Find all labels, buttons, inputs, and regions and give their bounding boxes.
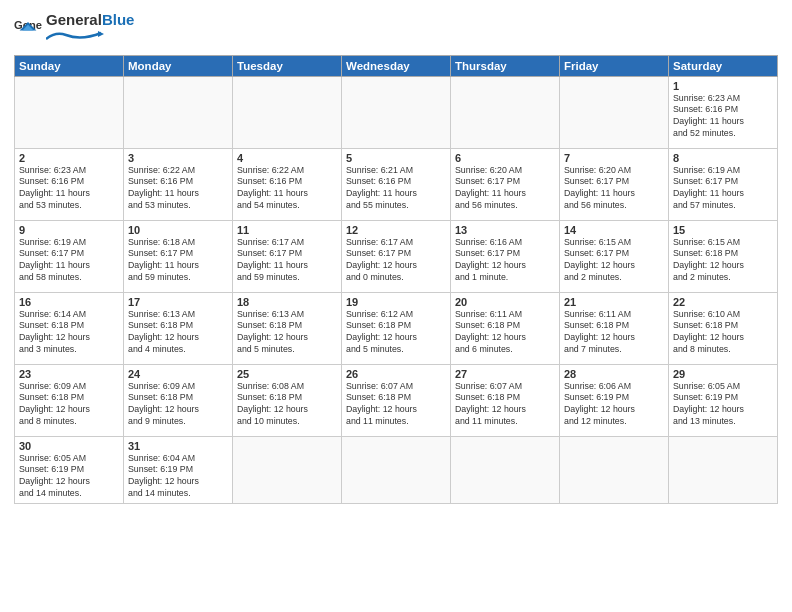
calendar-day-cell: 20Sunrise: 6:11 AM Sunset: 6:18 PM Dayli… xyxy=(451,292,560,364)
day-number: 5 xyxy=(346,152,446,164)
day-info: Sunrise: 6:15 AM Sunset: 6:18 PM Dayligh… xyxy=(673,237,773,285)
calendar-day-cell: 11Sunrise: 6:17 AM Sunset: 6:17 PM Dayli… xyxy=(233,220,342,292)
calendar-day-cell: 23Sunrise: 6:09 AM Sunset: 6:18 PM Dayli… xyxy=(15,364,124,436)
day-number: 3 xyxy=(128,152,228,164)
calendar-day-cell: 10Sunrise: 6:18 AM Sunset: 6:17 PM Dayli… xyxy=(124,220,233,292)
day-info: Sunrise: 6:23 AM Sunset: 6:16 PM Dayligh… xyxy=(673,93,773,141)
day-info: Sunrise: 6:20 AM Sunset: 6:17 PM Dayligh… xyxy=(564,165,664,213)
day-info: Sunrise: 6:19 AM Sunset: 6:17 PM Dayligh… xyxy=(19,237,119,285)
day-number: 6 xyxy=(455,152,555,164)
calendar-day-cell xyxy=(560,76,669,148)
day-number: 2 xyxy=(19,152,119,164)
logo-icon: General xyxy=(14,15,42,43)
day-info: Sunrise: 6:13 AM Sunset: 6:18 PM Dayligh… xyxy=(237,309,337,357)
calendar: SundayMondayTuesdayWednesdayThursdayFrid… xyxy=(14,55,778,505)
calendar-week-5: 23Sunrise: 6:09 AM Sunset: 6:18 PM Dayli… xyxy=(15,364,778,436)
day-number: 13 xyxy=(455,224,555,236)
day-info: Sunrise: 6:07 AM Sunset: 6:18 PM Dayligh… xyxy=(346,381,446,429)
calendar-day-cell: 8Sunrise: 6:19 AM Sunset: 6:17 PM Daylig… xyxy=(669,148,778,220)
day-info: Sunrise: 6:10 AM Sunset: 6:18 PM Dayligh… xyxy=(673,309,773,357)
calendar-day-cell: 2Sunrise: 6:23 AM Sunset: 6:16 PM Daylig… xyxy=(15,148,124,220)
day-info: Sunrise: 6:11 AM Sunset: 6:18 PM Dayligh… xyxy=(564,309,664,357)
calendar-week-2: 2Sunrise: 6:23 AM Sunset: 6:16 PM Daylig… xyxy=(15,148,778,220)
calendar-day-cell: 3Sunrise: 6:22 AM Sunset: 6:16 PM Daylig… xyxy=(124,148,233,220)
weekday-header-tuesday: Tuesday xyxy=(233,55,342,76)
day-number: 11 xyxy=(237,224,337,236)
calendar-day-cell xyxy=(342,436,451,504)
day-number: 28 xyxy=(564,368,664,380)
weekday-header-saturday: Saturday xyxy=(669,55,778,76)
day-number: 1 xyxy=(673,80,773,92)
day-info: Sunrise: 6:05 AM Sunset: 6:19 PM Dayligh… xyxy=(19,453,119,501)
calendar-day-cell xyxy=(669,436,778,504)
day-number: 4 xyxy=(237,152,337,164)
calendar-day-cell xyxy=(451,76,560,148)
day-number: 15 xyxy=(673,224,773,236)
logo-blue: Blue xyxy=(102,11,135,28)
calendar-day-cell: 9Sunrise: 6:19 AM Sunset: 6:17 PM Daylig… xyxy=(15,220,124,292)
calendar-day-cell: 5Sunrise: 6:21 AM Sunset: 6:16 PM Daylig… xyxy=(342,148,451,220)
weekday-header-monday: Monday xyxy=(124,55,233,76)
weekday-header-friday: Friday xyxy=(560,55,669,76)
day-info: Sunrise: 6:13 AM Sunset: 6:18 PM Dayligh… xyxy=(128,309,228,357)
calendar-week-4: 16Sunrise: 6:14 AM Sunset: 6:18 PM Dayli… xyxy=(15,292,778,364)
calendar-day-cell: 17Sunrise: 6:13 AM Sunset: 6:18 PM Dayli… xyxy=(124,292,233,364)
calendar-day-cell: 15Sunrise: 6:15 AM Sunset: 6:18 PM Dayli… xyxy=(669,220,778,292)
weekday-header-thursday: Thursday xyxy=(451,55,560,76)
day-info: Sunrise: 6:05 AM Sunset: 6:19 PM Dayligh… xyxy=(673,381,773,429)
day-number: 23 xyxy=(19,368,119,380)
day-number: 7 xyxy=(564,152,664,164)
day-info: Sunrise: 6:09 AM Sunset: 6:18 PM Dayligh… xyxy=(128,381,228,429)
day-number: 29 xyxy=(673,368,773,380)
day-number: 18 xyxy=(237,296,337,308)
day-info: Sunrise: 6:15 AM Sunset: 6:17 PM Dayligh… xyxy=(564,237,664,285)
day-number: 27 xyxy=(455,368,555,380)
logo-general: General xyxy=(46,11,102,28)
calendar-day-cell: 25Sunrise: 6:08 AM Sunset: 6:18 PM Dayli… xyxy=(233,364,342,436)
calendar-day-cell xyxy=(15,76,124,148)
day-number: 14 xyxy=(564,224,664,236)
day-info: Sunrise: 6:09 AM Sunset: 6:18 PM Dayligh… xyxy=(19,381,119,429)
calendar-day-cell: 14Sunrise: 6:15 AM Sunset: 6:17 PM Dayli… xyxy=(560,220,669,292)
calendar-day-cell: 31Sunrise: 6:04 AM Sunset: 6:19 PM Dayli… xyxy=(124,436,233,504)
svg-marker-3 xyxy=(98,31,104,37)
day-info: Sunrise: 6:06 AM Sunset: 6:19 PM Dayligh… xyxy=(564,381,664,429)
weekday-header-wednesday: Wednesday xyxy=(342,55,451,76)
calendar-day-cell: 16Sunrise: 6:14 AM Sunset: 6:18 PM Dayli… xyxy=(15,292,124,364)
calendar-day-cell: 7Sunrise: 6:20 AM Sunset: 6:17 PM Daylig… xyxy=(560,148,669,220)
day-number: 22 xyxy=(673,296,773,308)
day-number: 21 xyxy=(564,296,664,308)
calendar-day-cell: 28Sunrise: 6:06 AM Sunset: 6:19 PM Dayli… xyxy=(560,364,669,436)
day-info: Sunrise: 6:07 AM Sunset: 6:18 PM Dayligh… xyxy=(455,381,555,429)
day-number: 25 xyxy=(237,368,337,380)
logo-swoosh xyxy=(46,29,106,43)
day-number: 19 xyxy=(346,296,446,308)
day-info: Sunrise: 6:17 AM Sunset: 6:17 PM Dayligh… xyxy=(346,237,446,285)
calendar-day-cell: 4Sunrise: 6:22 AM Sunset: 6:16 PM Daylig… xyxy=(233,148,342,220)
calendar-day-cell: 6Sunrise: 6:20 AM Sunset: 6:17 PM Daylig… xyxy=(451,148,560,220)
calendar-week-1: 1Sunrise: 6:23 AM Sunset: 6:16 PM Daylig… xyxy=(15,76,778,148)
day-info: Sunrise: 6:22 AM Sunset: 6:16 PM Dayligh… xyxy=(128,165,228,213)
calendar-day-cell: 1Sunrise: 6:23 AM Sunset: 6:16 PM Daylig… xyxy=(669,76,778,148)
day-info: Sunrise: 6:12 AM Sunset: 6:18 PM Dayligh… xyxy=(346,309,446,357)
calendar-day-cell xyxy=(233,436,342,504)
day-info: Sunrise: 6:11 AM Sunset: 6:18 PM Dayligh… xyxy=(455,309,555,357)
day-number: 17 xyxy=(128,296,228,308)
day-number: 20 xyxy=(455,296,555,308)
weekday-header-sunday: Sunday xyxy=(15,55,124,76)
day-number: 26 xyxy=(346,368,446,380)
day-info: Sunrise: 6:14 AM Sunset: 6:18 PM Dayligh… xyxy=(19,309,119,357)
calendar-day-cell: 19Sunrise: 6:12 AM Sunset: 6:18 PM Dayli… xyxy=(342,292,451,364)
calendar-day-cell: 24Sunrise: 6:09 AM Sunset: 6:18 PM Dayli… xyxy=(124,364,233,436)
header: General GeneralBlue xyxy=(14,12,778,47)
logo: General GeneralBlue xyxy=(14,12,134,47)
calendar-day-cell xyxy=(124,76,233,148)
day-number: 12 xyxy=(346,224,446,236)
day-info: Sunrise: 6:04 AM Sunset: 6:19 PM Dayligh… xyxy=(128,453,228,501)
day-number: 24 xyxy=(128,368,228,380)
calendar-week-3: 9Sunrise: 6:19 AM Sunset: 6:17 PM Daylig… xyxy=(15,220,778,292)
calendar-day-cell: 26Sunrise: 6:07 AM Sunset: 6:18 PM Dayli… xyxy=(342,364,451,436)
calendar-day-cell: 13Sunrise: 6:16 AM Sunset: 6:17 PM Dayli… xyxy=(451,220,560,292)
calendar-day-cell: 30Sunrise: 6:05 AM Sunset: 6:19 PM Dayli… xyxy=(15,436,124,504)
day-info: Sunrise: 6:21 AM Sunset: 6:16 PM Dayligh… xyxy=(346,165,446,213)
